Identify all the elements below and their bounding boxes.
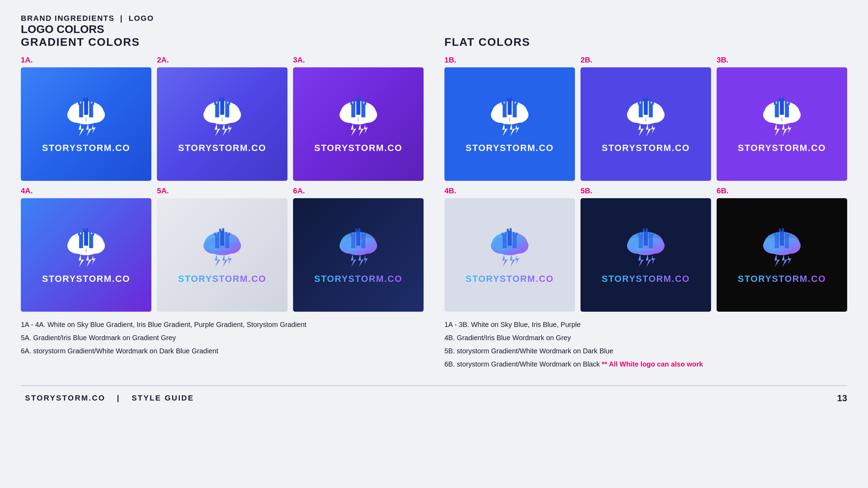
logo-inner-5b: STORYSTORM.CO — [587, 226, 704, 284]
logo-wordmark-1a: STORYSTORM.CO — [42, 143, 130, 153]
footer: STORYSTORM.CO | STYLE GUIDE 13 — [21, 385, 847, 404]
logo-bg-3b: STORYSTORM.CO — [717, 67, 847, 181]
gradient-section: GRADIENT COLORS 1A. STORYSTORM.CO 2A. — [21, 36, 424, 371]
logo-inner-4a: STORYSTORM.CO — [28, 226, 144, 284]
breadcrumb-text: BRAND INGREDIENTS | LOGO — [21, 14, 154, 23]
logo-card-4b: 4B. STORYSTORM.CO — [444, 186, 575, 312]
logo-wordmark-3b: STORYSTORM.CO — [738, 143, 826, 153]
logo-icon-1b — [482, 95, 537, 140]
logo-card-4a: 4A. STORYSTORM.CO — [21, 186, 151, 312]
logo-bg-2a: STORYSTORM.CO — [157, 67, 287, 181]
breadcrumb: BRAND INGREDIENTS | LOGO — [21, 14, 847, 23]
flat-section: FLAT COLORS 1B. STORYSTORM.CO 2B. — [444, 36, 847, 371]
flat-desc-3: 5B. storystorm Gradient/White Wordmark o… — [444, 345, 847, 357]
logo-card-1a: 1A. STORYSTORM.CO — [21, 56, 151, 181]
logo-bg-1a: STORYSTORM.CO — [21, 67, 151, 181]
logo-inner-3a: STORYSTORM.CO — [300, 95, 417, 153]
logo-icon-3a — [331, 95, 386, 140]
gradient-section-title: GRADIENT COLORS — [21, 36, 424, 49]
logo-inner-3b: STORYSTORM.CO — [724, 95, 840, 153]
logo-card-1b: 1B. STORYSTORM.CO — [444, 56, 575, 181]
logo-icon-6a — [331, 226, 386, 271]
logo-icon-3b — [754, 95, 810, 140]
logo-wordmark-2a: STORYSTORM.CO — [178, 143, 266, 153]
footer-page-number: 13 — [837, 393, 847, 404]
flat-descriptions: 1A - 3B. White on Sky Blue, Iris Blue, P… — [444, 319, 847, 370]
flat-desc-4: 6B. storystorm Gradient/White Wordmark o… — [444, 358, 847, 370]
logo-bg-4b: STORYSTORM.CO — [444, 198, 575, 312]
logo-card-6b: 6B. STORYSTORM.CO — [717, 186, 847, 312]
logo-wordmark-3a: STORYSTORM.CO — [314, 143, 402, 153]
logo-bg-5b: STORYSTORM.CO — [581, 198, 711, 312]
logo-icon-5a — [194, 226, 250, 271]
logo-bg-1b: STORYSTORM.CO — [444, 67, 575, 181]
logo-bg-2b: STORYSTORM.CO — [581, 67, 711, 181]
logo-card-5b: 5B. STORYSTORM.CO — [581, 186, 711, 312]
logo-card-5a: 5A. STORYSTORM.CO — [157, 186, 287, 312]
flat-section-title: FLAT COLORS — [444, 36, 847, 49]
logo-bg-3a: STORYSTORM.CO — [293, 67, 424, 181]
footer-separator: | — [117, 394, 120, 402]
flat-desc-1: 1A - 3B. White on Sky Blue, Iris Blue, P… — [444, 319, 847, 330]
logo-wordmark-1b: STORYSTORM.CO — [466, 143, 554, 153]
logo-card-3a: 3A. STORYSTORM.CO — [293, 56, 424, 181]
logo-card-3b: 3B. STORYSTORM.CO — [717, 56, 847, 181]
gradient-desc-1: 1A - 4A. White on Sky Blue Gradient, Iri… — [21, 319, 424, 330]
logo-card-2b: 2B. STORYSTORM.CO — [581, 56, 711, 181]
gradient-logo-grid: 1A. STORYSTORM.CO 2A. STORYSTORM.CO — [21, 56, 424, 312]
logo-wordmark-5b: STORYSTORM.CO — [602, 274, 690, 284]
main-content: GRADIENT COLORS 1A. STORYSTORM.CO 2A. — [21, 36, 847, 371]
flat-desc-4-highlight: ** All White logo can also work — [602, 360, 703, 368]
gradient-desc-2: 5A. Gradient/Iris Blue Wordmark on Gradi… — [21, 332, 424, 344]
logo-bg-6a: STORYSTORM.CO — [293, 198, 424, 312]
logo-inner-1b: STORYSTORM.CO — [451, 95, 568, 153]
gradient-desc-3: 6A. storystorm Gradient/White Wordmark o… — [21, 345, 424, 357]
logo-wordmark-6b: STORYSTORM.CO — [738, 274, 826, 284]
logo-card-6a: 6A. STORYSTORM.CO — [293, 186, 424, 312]
logo-icon-4a — [58, 226, 114, 271]
logo-inner-6b: STORYSTORM.CO — [724, 226, 840, 284]
logo-inner-1a: STORYSTORM.CO — [28, 95, 144, 153]
footer-brand: STORYSTORM.CO | STYLE GUIDE — [21, 394, 198, 403]
logo-inner-5a: STORYSTORM.CO — [164, 226, 281, 284]
flat-desc-2: 4B. Gradient/Iris Blue Wordmark on Grey — [444, 332, 847, 344]
logo-inner-2a: STORYSTORM.CO — [164, 95, 281, 153]
footer-brand-name: STORYSTORM.CO — [25, 394, 106, 402]
logo-wordmark-6a: STORYSTORM.CO — [314, 274, 402, 284]
logo-wordmark-2b: STORYSTORM.CO — [602, 143, 690, 153]
logo-icon-5b — [618, 226, 674, 271]
logo-wordmark-5a: STORYSTORM.CO — [178, 274, 266, 284]
logo-icon-4b — [482, 226, 537, 271]
logo-icon-6b — [754, 226, 810, 271]
logo-card-2a: 2A. STORYSTORM.CO — [157, 56, 287, 181]
page-title: LOGO COLORS — [21, 23, 847, 36]
logo-icon-2a — [194, 95, 250, 140]
gradient-descriptions: 1A - 4A. White on Sky Blue Gradient, Iri… — [21, 319, 424, 357]
logo-icon-2b — [618, 95, 674, 140]
logo-bg-6b: STORYSTORM.CO — [717, 198, 847, 312]
logo-bg-4a: STORYSTORM.CO — [21, 198, 151, 312]
logo-wordmark-4b: STORYSTORM.CO — [466, 274, 554, 284]
logo-inner-6a: STORYSTORM.CO — [300, 226, 417, 284]
logo-wordmark-4a: STORYSTORM.CO — [42, 274, 130, 284]
logo-inner-2b: STORYSTORM.CO — [587, 95, 704, 153]
logo-inner-4b: STORYSTORM.CO — [451, 226, 568, 284]
flat-desc-4-before: 6B. storystorm Gradient/White Wordmark o… — [444, 360, 602, 368]
flat-logo-grid: 1B. STORYSTORM.CO 2B. STORYSTORM.CO — [444, 56, 847, 312]
logo-bg-5a: STORYSTORM.CO — [157, 198, 287, 312]
logo-icon-1a — [58, 95, 114, 140]
footer-guide: STYLE GUIDE — [132, 394, 194, 402]
